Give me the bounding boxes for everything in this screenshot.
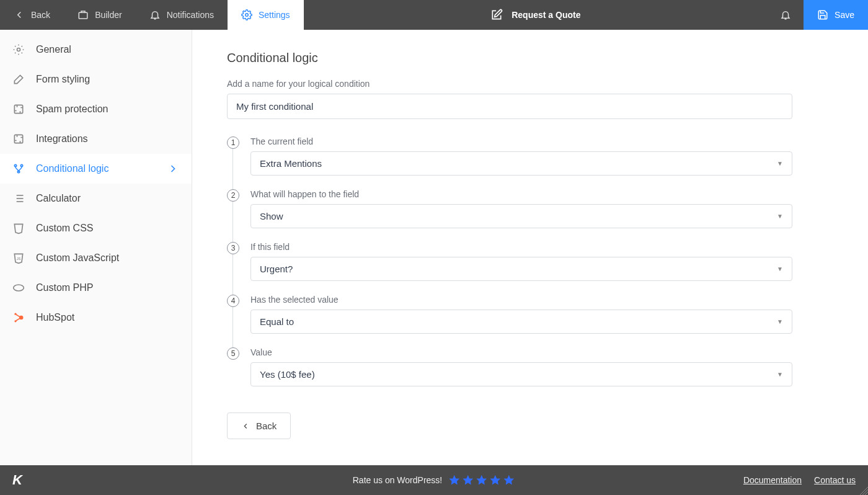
notifications-label: Notifications (167, 10, 214, 20)
select-value: Yes (10$ fee) (260, 369, 315, 380)
php-icon (12, 282, 25, 294)
svg-point-2 (17, 48, 20, 51)
sidebar-item-hubspot[interactable]: HubSpot (0, 303, 192, 332)
caret-down-icon: ▼ (777, 371, 783, 378)
sidebar-item-general[interactable]: General (0, 35, 192, 65)
page-title-bar: Request a Quote (304, 0, 768, 30)
sidebar-item-label: Conditional logic (36, 163, 108, 174)
puzzle-icon (12, 133, 25, 145)
edit-icon (490, 9, 503, 21)
star-icon (476, 474, 488, 486)
steps-list: 1 The current field Extra Mentions ▼ 2 W… (227, 136, 792, 386)
documentation-link[interactable]: Documentation (743, 475, 802, 485)
star-icon (462, 474, 474, 486)
caret-down-icon: ▼ (777, 213, 783, 220)
gear-icon (241, 9, 252, 20)
svg-rect-0 (79, 12, 87, 19)
sidebar-item-spam-protection[interactable]: Spam protection (0, 94, 192, 124)
back-to-list-button[interactable]: Back (227, 412, 291, 439)
css-icon (12, 222, 25, 234)
action-select[interactable]: Show ▼ (250, 204, 792, 228)
brand-logo: K (12, 472, 22, 488)
star-icon (489, 474, 502, 486)
svg-marker-22 (490, 475, 501, 485)
chevron-left-icon (14, 9, 25, 20)
step-4: 4 Has the selected value Equal to ▼ (227, 295, 792, 334)
sidebar: General Form styling Spam protection Int… (0, 30, 192, 465)
step-5: 5 Value Yes (10$ fee) ▼ (227, 347, 792, 386)
footer: K Rate us on WordPress! Documentation Co… (0, 465, 868, 495)
save-button[interactable]: Save (804, 0, 868, 30)
caret-down-icon: ▼ (777, 318, 783, 325)
svg-rect-4 (14, 135, 22, 143)
star-rating[interactable] (448, 474, 515, 486)
svg-marker-21 (477, 475, 487, 485)
sidebar-item-label: Calculator (36, 193, 81, 204)
select-value: Extra Mentions (260, 158, 322, 169)
svg-point-5 (14, 164, 16, 166)
caret-down-icon: ▼ (777, 265, 783, 272)
back-label: Back (256, 421, 277, 431)
sidebar-item-custom-css[interactable]: Custom CSS (0, 213, 192, 243)
rate-text: Rate us on WordPress! (353, 475, 442, 485)
puzzle-icon (12, 103, 25, 115)
topbar: Back Builder Notifications Settings Requ… (0, 0, 868, 30)
name-label: Add a name for your logical condition (227, 79, 833, 89)
current-field-select[interactable]: Extra Mentions ▼ (250, 151, 792, 176)
if-field-select[interactable]: Urgent? ▼ (250, 257, 792, 281)
hubspot-icon (12, 311, 25, 324)
svg-point-16 (19, 316, 24, 320)
section-title: Conditional logic (227, 51, 833, 65)
select-value: Equal to (260, 316, 294, 327)
tab-settings[interactable]: Settings (228, 0, 304, 30)
star-icon (503, 474, 515, 486)
comparison-select[interactable]: Equal to ▼ (250, 310, 792, 334)
builder-icon (78, 9, 89, 20)
step-3: 3 If this field Urgent? ▼ (227, 242, 792, 281)
star-icon (448, 474, 461, 486)
chevron-right-icon (167, 163, 179, 175)
step-number: 2 (227, 189, 239, 202)
step-label: If this field (250, 242, 792, 252)
sidebar-item-form-styling[interactable]: Form styling (0, 65, 192, 94)
sidebar-item-custom-php[interactable]: Custom PHP (0, 273, 192, 303)
branch-icon (12, 163, 25, 175)
svg-rect-3 (14, 105, 22, 113)
sidebar-item-conditional-logic[interactable]: Conditional logic (0, 154, 192, 184)
sidebar-item-integrations[interactable]: Integrations (0, 124, 192, 154)
value-select[interactable]: Yes (10$ fee) ▼ (250, 362, 792, 386)
sidebar-item-custom-js[interactable]: JS Custom JavaScript (0, 243, 192, 273)
gear-icon (12, 43, 25, 56)
resize-handle-icon[interactable] (859, 486, 868, 495)
caret-down-icon: ▼ (777, 160, 783, 167)
builder-label: Builder (95, 10, 122, 20)
notifications-bell-button[interactable] (768, 0, 804, 30)
step-label: What will happen to the field (250, 189, 792, 199)
settings-label: Settings (259, 10, 290, 20)
page-title: Request a Quote (512, 10, 580, 20)
tab-notifications[interactable]: Notifications (136, 0, 228, 30)
step-number: 1 (227, 136, 239, 149)
sidebar-item-label: Form styling (36, 74, 90, 85)
svg-point-6 (20, 164, 22, 166)
svg-marker-20 (463, 475, 474, 485)
sidebar-item-label: Custom PHP (36, 282, 93, 293)
step-number: 5 (227, 347, 239, 360)
step-number: 4 (227, 295, 239, 307)
back-label: Back (31, 10, 50, 20)
tab-builder[interactable]: Builder (64, 0, 136, 30)
svg-text:JS: JS (17, 257, 21, 261)
list-icon (12, 192, 25, 205)
svg-point-1 (246, 14, 249, 17)
sidebar-item-calculator[interactable]: Calculator (0, 184, 192, 213)
back-button[interactable]: Back (0, 0, 64, 30)
bell-icon (149, 9, 161, 20)
step-label: The current field (250, 136, 792, 146)
sidebar-item-label: Custom JavaScript (36, 252, 119, 264)
main: General Form styling Spam protection Int… (0, 30, 868, 465)
contact-link[interactable]: Contact us (814, 475, 856, 485)
save-label: Save (835, 10, 854, 20)
sidebar-item-label: Custom CSS (36, 223, 93, 234)
conditional-name-input[interactable] (227, 94, 792, 119)
chevron-left-icon (241, 422, 250, 430)
